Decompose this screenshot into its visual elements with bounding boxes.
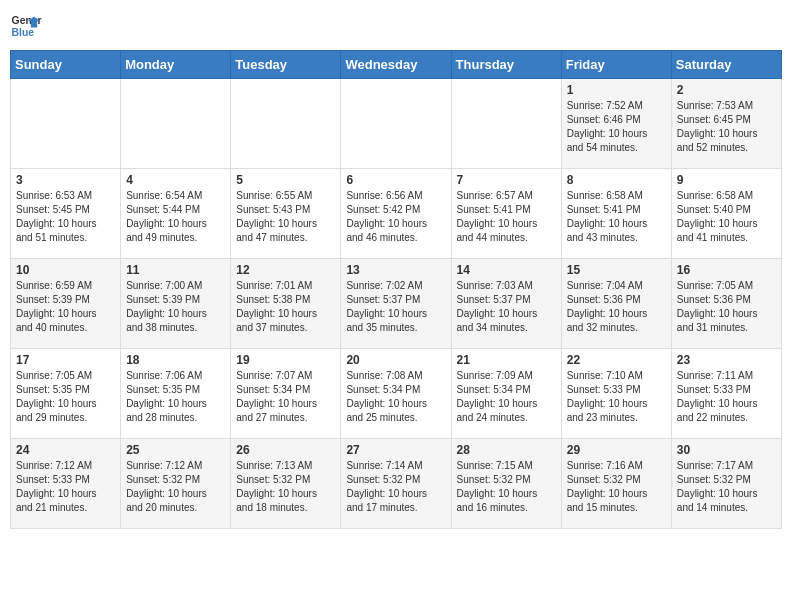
calendar-cell: 27Sunrise: 7:14 AM Sunset: 5:32 PM Dayli… [341,439,451,529]
day-info: Sunrise: 6:54 AM Sunset: 5:44 PM Dayligh… [126,189,225,245]
day-number: 3 [16,173,115,187]
day-number: 9 [677,173,776,187]
day-info: Sunrise: 7:07 AM Sunset: 5:34 PM Dayligh… [236,369,335,425]
day-info: Sunrise: 7:15 AM Sunset: 5:32 PM Dayligh… [457,459,556,515]
day-number: 19 [236,353,335,367]
logo: General Blue [10,10,42,42]
calendar-cell: 12Sunrise: 7:01 AM Sunset: 5:38 PM Dayli… [231,259,341,349]
day-info: Sunrise: 7:03 AM Sunset: 5:37 PM Dayligh… [457,279,556,335]
day-info: Sunrise: 7:00 AM Sunset: 5:39 PM Dayligh… [126,279,225,335]
day-info: Sunrise: 7:09 AM Sunset: 5:34 PM Dayligh… [457,369,556,425]
calendar-cell: 28Sunrise: 7:15 AM Sunset: 5:32 PM Dayli… [451,439,561,529]
day-number: 1 [567,83,666,97]
day-header-saturday: Saturday [671,51,781,79]
day-info: Sunrise: 7:01 AM Sunset: 5:38 PM Dayligh… [236,279,335,335]
day-info: Sunrise: 7:10 AM Sunset: 5:33 PM Dayligh… [567,369,666,425]
day-number: 14 [457,263,556,277]
calendar-cell: 2Sunrise: 7:53 AM Sunset: 6:45 PM Daylig… [671,79,781,169]
day-number: 23 [677,353,776,367]
calendar-cell [341,79,451,169]
day-info: Sunrise: 7:12 AM Sunset: 5:32 PM Dayligh… [126,459,225,515]
day-number: 25 [126,443,225,457]
day-info: Sunrise: 7:05 AM Sunset: 5:36 PM Dayligh… [677,279,776,335]
day-info: Sunrise: 7:53 AM Sunset: 6:45 PM Dayligh… [677,99,776,155]
day-number: 30 [677,443,776,457]
day-info: Sunrise: 7:11 AM Sunset: 5:33 PM Dayligh… [677,369,776,425]
day-info: Sunrise: 7:04 AM Sunset: 5:36 PM Dayligh… [567,279,666,335]
calendar-header-row: SundayMondayTuesdayWednesdayThursdayFrid… [11,51,782,79]
calendar-cell: 14Sunrise: 7:03 AM Sunset: 5:37 PM Dayli… [451,259,561,349]
day-header-monday: Monday [121,51,231,79]
calendar-cell: 25Sunrise: 7:12 AM Sunset: 5:32 PM Dayli… [121,439,231,529]
calendar-cell: 29Sunrise: 7:16 AM Sunset: 5:32 PM Dayli… [561,439,671,529]
day-info: Sunrise: 7:05 AM Sunset: 5:35 PM Dayligh… [16,369,115,425]
day-number: 26 [236,443,335,457]
calendar-cell: 3Sunrise: 6:53 AM Sunset: 5:45 PM Daylig… [11,169,121,259]
logo-icon: General Blue [10,10,42,42]
day-number: 10 [16,263,115,277]
calendar-cell: 19Sunrise: 7:07 AM Sunset: 5:34 PM Dayli… [231,349,341,439]
calendar-cell: 10Sunrise: 6:59 AM Sunset: 5:39 PM Dayli… [11,259,121,349]
day-info: Sunrise: 6:56 AM Sunset: 5:42 PM Dayligh… [346,189,445,245]
day-number: 15 [567,263,666,277]
calendar-week-row: 3Sunrise: 6:53 AM Sunset: 5:45 PM Daylig… [11,169,782,259]
calendar-week-row: 1Sunrise: 7:52 AM Sunset: 6:46 PM Daylig… [11,79,782,169]
day-info: Sunrise: 6:58 AM Sunset: 5:40 PM Dayligh… [677,189,776,245]
calendar-cell: 21Sunrise: 7:09 AM Sunset: 5:34 PM Dayli… [451,349,561,439]
calendar-week-row: 10Sunrise: 6:59 AM Sunset: 5:39 PM Dayli… [11,259,782,349]
day-header-thursday: Thursday [451,51,561,79]
calendar-cell [11,79,121,169]
calendar-cell: 16Sunrise: 7:05 AM Sunset: 5:36 PM Dayli… [671,259,781,349]
day-info: Sunrise: 7:17 AM Sunset: 5:32 PM Dayligh… [677,459,776,515]
day-header-tuesday: Tuesday [231,51,341,79]
calendar-week-row: 17Sunrise: 7:05 AM Sunset: 5:35 PM Dayli… [11,349,782,439]
day-number: 27 [346,443,445,457]
day-info: Sunrise: 7:06 AM Sunset: 5:35 PM Dayligh… [126,369,225,425]
day-info: Sunrise: 7:12 AM Sunset: 5:33 PM Dayligh… [16,459,115,515]
calendar-cell: 7Sunrise: 6:57 AM Sunset: 5:41 PM Daylig… [451,169,561,259]
day-number: 13 [346,263,445,277]
calendar-cell: 20Sunrise: 7:08 AM Sunset: 5:34 PM Dayli… [341,349,451,439]
calendar-cell: 13Sunrise: 7:02 AM Sunset: 5:37 PM Dayli… [341,259,451,349]
day-info: Sunrise: 6:53 AM Sunset: 5:45 PM Dayligh… [16,189,115,245]
day-info: Sunrise: 7:13 AM Sunset: 5:32 PM Dayligh… [236,459,335,515]
day-header-sunday: Sunday [11,51,121,79]
calendar-cell [451,79,561,169]
svg-text:Blue: Blue [12,27,35,38]
day-number: 5 [236,173,335,187]
day-header-friday: Friday [561,51,671,79]
calendar-cell: 9Sunrise: 6:58 AM Sunset: 5:40 PM Daylig… [671,169,781,259]
day-info: Sunrise: 7:52 AM Sunset: 6:46 PM Dayligh… [567,99,666,155]
calendar-table: SundayMondayTuesdayWednesdayThursdayFrid… [10,50,782,529]
calendar-cell: 22Sunrise: 7:10 AM Sunset: 5:33 PM Dayli… [561,349,671,439]
day-number: 22 [567,353,666,367]
day-number: 2 [677,83,776,97]
day-number: 20 [346,353,445,367]
day-number: 17 [16,353,115,367]
day-info: Sunrise: 6:55 AM Sunset: 5:43 PM Dayligh… [236,189,335,245]
calendar-cell: 4Sunrise: 6:54 AM Sunset: 5:44 PM Daylig… [121,169,231,259]
page-header: General Blue [10,10,782,42]
calendar-cell: 30Sunrise: 7:17 AM Sunset: 5:32 PM Dayli… [671,439,781,529]
day-info: Sunrise: 6:57 AM Sunset: 5:41 PM Dayligh… [457,189,556,245]
calendar-week-row: 24Sunrise: 7:12 AM Sunset: 5:33 PM Dayli… [11,439,782,529]
day-number: 12 [236,263,335,277]
day-header-wednesday: Wednesday [341,51,451,79]
day-number: 8 [567,173,666,187]
day-number: 24 [16,443,115,457]
calendar-cell: 8Sunrise: 6:58 AM Sunset: 5:41 PM Daylig… [561,169,671,259]
calendar-cell [121,79,231,169]
day-number: 6 [346,173,445,187]
calendar-cell: 23Sunrise: 7:11 AM Sunset: 5:33 PM Dayli… [671,349,781,439]
calendar-cell: 11Sunrise: 7:00 AM Sunset: 5:39 PM Dayli… [121,259,231,349]
day-number: 18 [126,353,225,367]
calendar-cell: 6Sunrise: 6:56 AM Sunset: 5:42 PM Daylig… [341,169,451,259]
day-info: Sunrise: 6:58 AM Sunset: 5:41 PM Dayligh… [567,189,666,245]
day-info: Sunrise: 7:16 AM Sunset: 5:32 PM Dayligh… [567,459,666,515]
day-number: 16 [677,263,776,277]
calendar-cell: 5Sunrise: 6:55 AM Sunset: 5:43 PM Daylig… [231,169,341,259]
calendar-cell: 17Sunrise: 7:05 AM Sunset: 5:35 PM Dayli… [11,349,121,439]
day-number: 28 [457,443,556,457]
calendar-cell: 18Sunrise: 7:06 AM Sunset: 5:35 PM Dayli… [121,349,231,439]
day-number: 4 [126,173,225,187]
